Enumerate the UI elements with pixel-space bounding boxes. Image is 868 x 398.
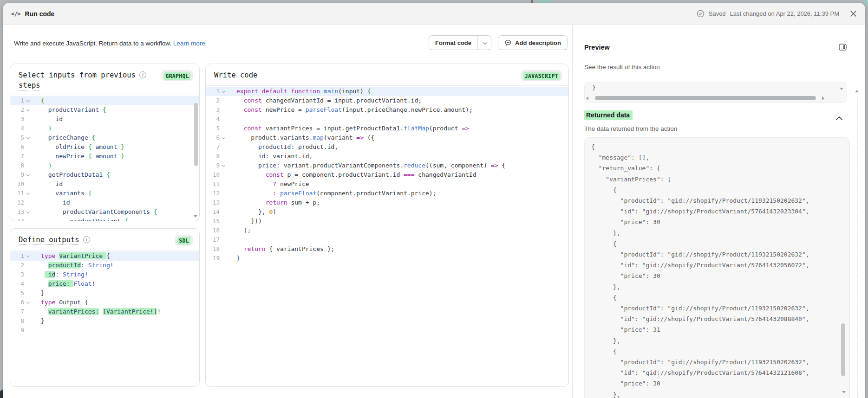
subtitle-text: Write and execute JavaScript. Return dat… xyxy=(14,40,171,47)
code-line[interactable]: 10 id xyxy=(10,180,199,189)
inputs-scrollbar-thumb[interactable] xyxy=(194,103,198,166)
code-line[interactable]: 12 id xyxy=(10,198,199,207)
last-changed: Last changed on Apr 22, 2026, 11:39 PM xyxy=(730,10,839,17)
code-line[interactable]: 6 product.variants.map(variant => ({ xyxy=(206,133,568,142)
json-scrollbar-thumb[interactable] xyxy=(841,323,845,376)
code-line[interactable]: 15 })) xyxy=(206,217,568,226)
javascript-badge-label: JAVASCRIPT xyxy=(523,72,560,80)
code-line[interactable]: 7 newPrice { amount } xyxy=(10,152,199,161)
info-icon[interactable]: i xyxy=(83,236,90,243)
graphql-badge-label: GRAPHQL xyxy=(164,72,190,80)
canvas-node-fragment-right xyxy=(863,0,868,5)
format-code-button[interactable]: Format code xyxy=(429,36,477,50)
format-code-dropdown-button[interactable] xyxy=(477,36,491,50)
code-line[interactable]: 2 productVariant { xyxy=(10,105,199,115)
code-line[interactable]: 2 const changedVariantId = input.product… xyxy=(206,96,568,105)
code-line[interactable]: 11 ? newPrice xyxy=(206,180,568,189)
sdl-editor[interactable]: 1type VariantPrice {2 productId: String!… xyxy=(10,250,199,335)
returned-data-json-box[interactable]: { "message": [], "return_value": { "vari… xyxy=(584,137,850,398)
code-line[interactable]: 8} xyxy=(10,316,199,326)
code-line[interactable]: 5} xyxy=(10,289,199,298)
preview-page-scrollbar[interactable] xyxy=(854,90,860,398)
json-scroll-down-arrow[interactable] xyxy=(842,391,846,393)
run-code-modal: </> Run code Saved Last changed on Apr 2… xyxy=(3,3,865,398)
code-line[interactable]: 1export default function main(input) { xyxy=(206,87,568,96)
code-line[interactable]: 13 return sum + p; xyxy=(206,198,568,207)
code-line[interactable]: 18 return { variantPrices }; xyxy=(206,244,568,254)
preview-box-scroll-down[interactable] xyxy=(840,88,843,90)
scroll-right-arrow[interactable] xyxy=(822,96,824,100)
code-line[interactable]: 13 productVariantComponents { xyxy=(10,207,199,217)
graphql-editor[interactable]: 1{2 productVariant {3 id4 }5 priceChange… xyxy=(10,95,199,221)
code-line[interactable]: 7 variantPrices: [VariantPrice!]! xyxy=(10,307,199,316)
graphql-badge: GRAPHQL xyxy=(162,70,193,81)
code-line[interactable]: 9 price: variant.productVariantComponent… xyxy=(206,161,568,170)
learn-more-link[interactable]: Learn more xyxy=(173,40,205,47)
code-line[interactable]: 8 id: variant.id, xyxy=(206,152,568,161)
code-line[interactable]: 4 } xyxy=(10,124,199,133)
code-line[interactable]: 5 priceChange { xyxy=(10,133,199,142)
code-line[interactable]: 4 xyxy=(206,115,568,124)
write-code-title: Write code xyxy=(214,70,257,80)
javascript-editor[interactable]: 1export default function main(input) {2 … xyxy=(206,86,568,263)
fold-chevron-icon[interactable] xyxy=(24,174,32,176)
fold-chevron-icon[interactable] xyxy=(24,109,32,111)
inputs-scroll-down-arrow[interactable] xyxy=(194,215,197,218)
code-line[interactable]: 2 productId: String! xyxy=(10,261,199,270)
page-scroll-up-arrow[interactable] xyxy=(855,90,859,92)
code-line[interactable]: 3 id xyxy=(10,115,199,124)
preview-input-box[interactable]: } xyxy=(584,82,847,103)
code-line[interactable]: 4 price: Float! xyxy=(10,279,199,289)
fold-chevron-icon[interactable] xyxy=(24,212,32,213)
preview-subtitle: See the result of this action xyxy=(584,64,660,71)
hscroll-thumb[interactable] xyxy=(595,96,816,100)
code-line[interactable]: 14 }, 0) xyxy=(206,207,568,217)
code-line[interactable]: 1{ xyxy=(10,96,199,105)
fold-chevron-icon[interactable] xyxy=(220,91,227,92)
fold-chevron-icon[interactable] xyxy=(24,193,32,194)
collapse-chevron-icon[interactable] xyxy=(835,116,843,121)
sdl-badge: SDL xyxy=(175,235,193,246)
chevron-down-icon xyxy=(483,39,488,45)
code-line[interactable]: 8 } xyxy=(10,161,199,170)
modal-header: </> Run code Saved Last changed on Apr 2… xyxy=(3,3,865,25)
scroll-left-arrow[interactable] xyxy=(586,96,588,100)
code-line[interactable]: 6type Output { xyxy=(10,298,199,307)
add-description-button[interactable]: Add description xyxy=(498,35,568,50)
fold-chevron-icon[interactable] xyxy=(24,137,32,139)
sdl-badge-label: SDL xyxy=(177,237,190,244)
fold-chevron-icon[interactable] xyxy=(24,100,32,102)
saved-status: Saved xyxy=(709,10,726,17)
format-code-split-button: Format code xyxy=(429,35,491,50)
code-line[interactable]: 12 : parseFloat(component.productVariant… xyxy=(206,189,568,198)
code-line[interactable]: 3 id: String! xyxy=(10,270,199,279)
fold-chevron-icon[interactable] xyxy=(24,302,32,303)
select-inputs-title[interactable]: Select inputs from previous steps xyxy=(19,70,136,90)
modal-title: Run code xyxy=(25,10,55,18)
define-outputs-title[interactable]: Define outputs xyxy=(19,235,79,245)
code-line[interactable]: 7 productId: product.id, xyxy=(206,142,568,152)
close-button[interactable] xyxy=(850,10,857,17)
add-description-label: Add description xyxy=(515,39,561,46)
code-line[interactable]: 3 const newPrice = parseFloat(input.pric… xyxy=(206,105,568,115)
code-line[interactable]: 14 productVariant { xyxy=(10,217,199,221)
code-line[interactable]: 17 xyxy=(206,235,568,244)
panel-toggle-icon[interactable] xyxy=(839,44,847,51)
code-line[interactable]: 9 getProductData1 { xyxy=(10,170,199,180)
info-icon[interactable]: i xyxy=(139,71,146,78)
define-outputs-panel: Define outputs i SDL 1type VariantPrice … xyxy=(10,228,200,387)
code-line[interactable]: 9 xyxy=(10,326,199,335)
code-line[interactable]: 1type VariantPrice { xyxy=(10,251,199,261)
fold-chevron-icon[interactable] xyxy=(24,256,32,257)
code-line[interactable]: 6 oldPrice { amount } xyxy=(10,142,199,152)
write-code-header: Write code JAVASCRIPT xyxy=(206,64,568,86)
code-line[interactable]: 10 const p = component.productVariant.id… xyxy=(206,170,568,180)
code-line[interactable]: 16 ); xyxy=(206,226,568,235)
preview-box-hscrollbar[interactable] xyxy=(589,96,835,100)
code-line[interactable]: 5 const variantPrices = input.getProduct… xyxy=(206,124,568,133)
code-line[interactable]: 11 variants { xyxy=(10,189,199,198)
page-scrollbar-track xyxy=(857,96,858,398)
fold-chevron-icon[interactable] xyxy=(220,165,227,167)
code-line[interactable]: 19} xyxy=(206,254,568,263)
fold-chevron-icon[interactable] xyxy=(220,137,227,139)
